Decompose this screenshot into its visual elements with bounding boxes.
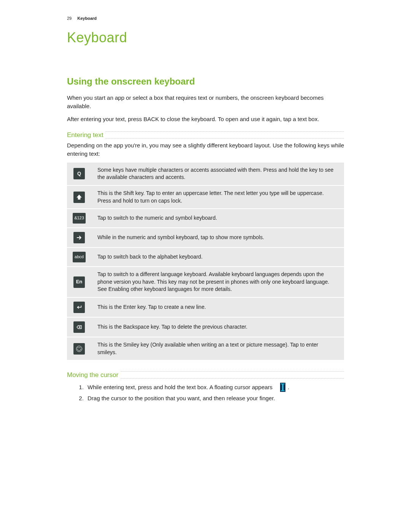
- list-item: Drag the cursor to the position that you…: [85, 393, 344, 404]
- entering-text-paragraph: Depending on the app you're in, you may …: [67, 141, 344, 158]
- list-item: While entering text, press and hold the …: [85, 382, 344, 393]
- table-row: This is the Enter key. Tap to create a n…: [67, 297, 344, 317]
- key-description: This is the Enter key. Tap to create a n…: [94, 297, 344, 317]
- key-description: Tap to switch back to the alphabet keybo…: [94, 248, 344, 267]
- header-breadcrumb-bold: Keyboard: [77, 16, 97, 21]
- key-description: While in the numeric and symbol keyboard…: [94, 228, 344, 248]
- En-key-icon: En: [73, 276, 85, 288]
- key-description: Tap to switch to a different language ke…: [94, 267, 344, 297]
- key-reference-table: QSome keys have multiple characters or a…: [67, 163, 344, 361]
- arrow-right-key-icon: [73, 232, 85, 243]
- intro-paragraph-1: When you start an app or select a box th…: [67, 94, 344, 110]
- table-row: abcdTap to switch back to the alphabet k…: [67, 248, 344, 267]
- key-icon-cell: [67, 185, 94, 209]
- key-icon-cell: [67, 297, 94, 317]
- step-period: .: [288, 382, 289, 393]
- enter-key-icon: [73, 302, 85, 313]
- page-header: 29 Keyboard: [67, 16, 344, 21]
- key-description: Tap to switch to the numeric and symbol …: [94, 209, 344, 228]
- page-number: 29: [67, 16, 72, 21]
- key-description: This is the Shift key. Tap to enter an u…: [94, 185, 344, 209]
- shift-key-icon: [73, 192, 85, 203]
- key-icon-cell: En: [67, 267, 94, 297]
- table-row: This is the Shift key. Tap to enter an u…: [67, 185, 344, 209]
- Q-key-icon: Q: [73, 168, 85, 179]
- chapter-title: Keyboard: [67, 30, 344, 46]
- intro-paragraph-2: After entering your text, press BACK to …: [67, 115, 344, 123]
- subheading-label: Moving the cursor: [67, 371, 121, 379]
- key-icon-cell: [67, 337, 94, 360]
- table-row: &123Tap to switch to the numeric and sym…: [67, 209, 344, 228]
- decorative-rule: [67, 138, 344, 139]
- document-page: 29 Keyboard Keyboard Using the onscreen …: [0, 0, 411, 532]
- key-icon-cell: abcd: [67, 248, 94, 267]
- abcd-key-icon: abcd: [73, 252, 86, 262]
- subheading-moving-cursor: Moving the cursor: [67, 371, 344, 379]
- backspace-key-icon: [73, 321, 85, 333]
- subheading-entering-text: Entering text: [67, 131, 344, 139]
- smiley-key-icon: [73, 343, 85, 355]
- table-row: This is the Backspace key. Tap to delete…: [67, 317, 344, 337]
- decorative-rule: [67, 131, 344, 132]
- key-icon-cell: [67, 228, 94, 248]
- table-row: QSome keys have multiple characters or a…: [67, 163, 344, 185]
- table-row: This is the Smiley key (Only available w…: [67, 337, 344, 360]
- &123-key-icon: &123: [73, 213, 86, 224]
- key-icon-cell: &123: [67, 209, 94, 228]
- floating-cursor-icon: [280, 383, 285, 392]
- subheading-label: Entering text: [67, 131, 105, 139]
- key-description: This is the Backspace key. Tap to delete…: [94, 317, 344, 337]
- step-text: While entering text, press and hold the …: [88, 382, 272, 393]
- steps-list: While entering text, press and hold the …: [67, 382, 344, 404]
- table-row: While in the numeric and symbol keyboard…: [67, 228, 344, 248]
- key-icon-cell: Q: [67, 163, 94, 185]
- key-description: Some keys have multiple characters or ac…: [94, 163, 344, 185]
- key-description: This is the Smiley key (Only available w…: [94, 337, 344, 360]
- key-icon-cell: [67, 317, 94, 337]
- section-title: Using the onscreen keyboard: [67, 76, 344, 87]
- step-text: Drag the cursor to the position that you…: [88, 395, 275, 401]
- table-row: EnTap to switch to a different language …: [67, 267, 344, 297]
